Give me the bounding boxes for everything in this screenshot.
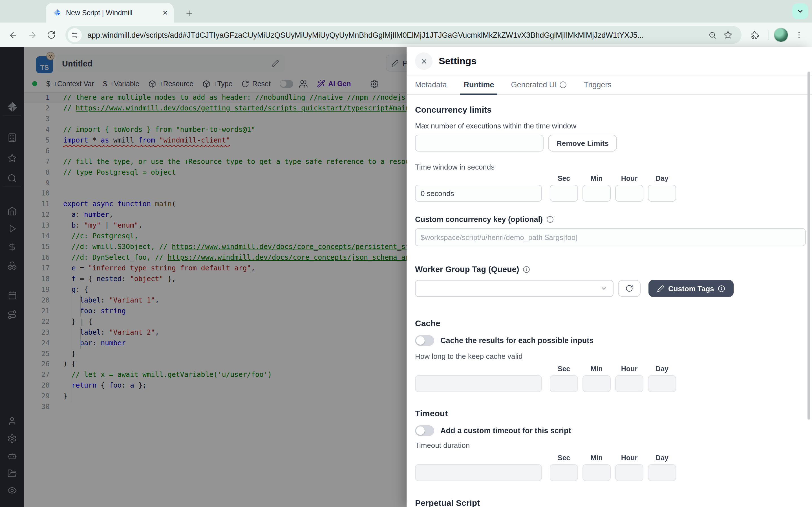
time-window-sec-input[interactable] xyxy=(550,185,578,202)
tab-triggers[interactable]: Triggers xyxy=(584,75,612,94)
screen: New Script | Windmill ✕ app.windmill.dev… xyxy=(0,0,812,507)
timeout-min-input[interactable] xyxy=(582,464,611,481)
modal-backdrop[interactable] xyxy=(0,47,407,507)
duration-unit-label: Day xyxy=(648,365,676,373)
timeout-duration-row: SecMinHourDay xyxy=(415,454,805,481)
refresh-icon xyxy=(625,284,633,292)
tab-close-icon[interactable]: ✕ xyxy=(162,9,168,16)
max-executions-input[interactable] xyxy=(415,135,544,152)
concurrency-key-label: Custom concurrency key (optional) xyxy=(415,215,805,224)
extensions-puzzle-icon[interactable] xyxy=(745,25,764,45)
profile-avatar[interactable] xyxy=(774,27,788,42)
timeout-duration-label: Timeout duration xyxy=(415,441,805,450)
info-icon xyxy=(718,285,725,292)
runtime-settings: Concurrency limits Max number of executi… xyxy=(407,95,812,507)
page: TS Untitled Pa $+Context Var xyxy=(0,47,812,507)
tune-icon[interactable] xyxy=(68,28,82,42)
cache-total-input[interactable] xyxy=(415,375,542,392)
url-text[interactable]: app.windmill.dev/scripts/add#JTdCJTIyaGF… xyxy=(87,31,704,39)
info-icon xyxy=(523,266,530,273)
settings-drawer: Settings Metadata Runtime Generated UI T… xyxy=(407,47,812,507)
tab-runtime[interactable]: Runtime xyxy=(464,75,494,94)
timeout-sec-input[interactable] xyxy=(550,464,578,481)
timeout-heading: Timeout xyxy=(415,408,805,418)
chevron-down-icon xyxy=(600,284,608,292)
remove-limits-button[interactable]: Remove Limits xyxy=(548,135,617,152)
cache-sec-input[interactable] xyxy=(550,375,578,392)
timeout-toggle-label: Add a custom timeout for this script xyxy=(441,427,571,435)
browser-toolbar: app.windmill.dev/scripts/add#JTdCJTIyaGF… xyxy=(0,22,812,47)
cache-duration-label: How long to the keep cache valid xyxy=(415,352,805,360)
tab-title: New Script | Windmill xyxy=(66,9,158,17)
timeout-toggle[interactable] xyxy=(415,425,434,436)
drawer-scrollbar[interactable] xyxy=(808,71,810,420)
back-icon[interactable] xyxy=(3,25,22,45)
cache-duration-row: SecMinHourDay xyxy=(415,365,805,392)
duration-unit-label: Min xyxy=(582,175,611,182)
info-icon xyxy=(546,216,553,223)
worker-group-select[interactable] xyxy=(415,280,613,297)
bookmark-star-icon[interactable] xyxy=(720,27,736,43)
concurrency-key-input[interactable] xyxy=(415,228,806,246)
drawer-header: Settings xyxy=(407,47,812,75)
duration-unit-label: Sec xyxy=(550,175,578,182)
toolbar-separator xyxy=(769,30,769,40)
kebab-menu-icon[interactable] xyxy=(790,25,809,45)
duration-unit-label: Day xyxy=(648,175,676,182)
browser-tabstrip: New Script | Windmill ✕ xyxy=(0,0,812,22)
custom-tags-button[interactable]: Custom Tags xyxy=(649,280,734,297)
tab-generated-ui[interactable]: Generated UI xyxy=(511,75,567,94)
duration-unit-label: Day xyxy=(648,454,676,462)
zoom-out-icon[interactable] xyxy=(704,27,720,43)
new-tab-button[interactable] xyxy=(182,6,196,20)
cache-heading: Cache xyxy=(415,318,805,328)
close-icon[interactable] xyxy=(415,52,433,70)
duration-unit-label: Hour xyxy=(615,365,644,373)
cache-day-input[interactable] xyxy=(648,375,676,392)
tab-search-chevron-button[interactable] xyxy=(792,3,808,19)
time-window-total-input[interactable] xyxy=(415,185,542,202)
time-window-label: Time window in seconds xyxy=(415,163,805,171)
timeout-day-input[interactable] xyxy=(648,464,676,481)
time-window-duration-row: SecMinHourDay xyxy=(415,175,805,202)
forward-icon[interactable] xyxy=(22,25,42,45)
duration-unit-label: Hour xyxy=(615,175,644,182)
pencil-icon xyxy=(657,285,664,292)
concurrency-heading: Concurrency limits xyxy=(415,105,805,114)
url-bar[interactable]: app.windmill.dev/scripts/add#JTdCJTIyaGF… xyxy=(65,26,742,44)
worker-group-heading: Worker Group Tag (Queue) xyxy=(415,265,805,274)
windmill-favicon xyxy=(53,8,61,17)
browser-tab[interactable]: New Script | Windmill ✕ xyxy=(46,3,174,22)
refresh-tags-button[interactable] xyxy=(618,280,641,297)
time-window-day-input[interactable] xyxy=(648,185,676,202)
drawer-title: Settings xyxy=(439,55,476,67)
perpetual-heading: Perpetual Script xyxy=(415,498,805,507)
duration-unit-label: Min xyxy=(582,365,611,373)
duration-unit-label: Sec xyxy=(550,454,578,462)
time-window-min-input[interactable] xyxy=(582,185,611,202)
cache-toggle-label: Cache the results for each possible inpu… xyxy=(441,336,594,345)
reload-icon[interactable] xyxy=(42,25,61,45)
timeout-hour-input[interactable] xyxy=(615,464,644,481)
info-icon xyxy=(560,81,567,89)
max-executions-label: Max number of executions within the time… xyxy=(415,122,805,130)
tab-metadata[interactable]: Metadata xyxy=(415,75,447,94)
cache-hour-input[interactable] xyxy=(615,375,644,392)
duration-unit-label: Min xyxy=(582,454,611,462)
duration-unit-label: Sec xyxy=(550,365,578,373)
settings-tabs: Metadata Runtime Generated UI Triggers xyxy=(407,75,812,95)
cache-toggle[interactable] xyxy=(415,335,434,346)
duration-unit-label: Hour xyxy=(615,454,644,462)
time-window-hour-input[interactable] xyxy=(615,185,644,202)
timeout-total-input[interactable] xyxy=(415,464,542,481)
cache-min-input[interactable] xyxy=(582,375,611,392)
